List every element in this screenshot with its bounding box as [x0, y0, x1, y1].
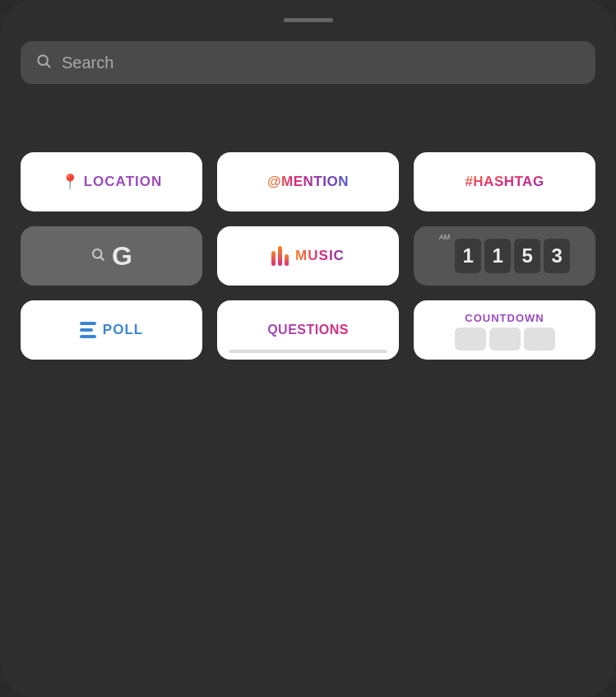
hashtag-label: #HASHTAG: [465, 174, 544, 190]
countdown-blocks: [455, 328, 555, 351]
gif-search-sticker[interactable]: G: [21, 226, 202, 286]
music-bars-icon: [271, 246, 289, 266]
questions-underline: [229, 350, 387, 353]
clock-ampm: AM: [439, 233, 451, 241]
sticker-row-1: 📍 LOCATION @MENTION #HASHTAG: [21, 152, 595, 211]
poll-label: POLL: [103, 322, 143, 338]
poll-sticker[interactable]: POLL: [21, 300, 202, 360]
countdown-block-2: [489, 328, 521, 351]
countdown-label: COUNTDOWN: [465, 312, 544, 324]
mention-label: @MENTION: [267, 174, 349, 190]
search-bar[interactable]: Search: [21, 41, 595, 84]
hashtag-sticker[interactable]: #HASHTAG: [414, 152, 595, 211]
clock-sticker[interactable]: AM 1 1 5 3: [414, 226, 595, 286]
search-icon: [35, 53, 52, 73]
poll-lines-icon: [80, 322, 96, 338]
sticker-row-3: POLL QUESTIONS COUNTDOWN: [21, 300, 595, 360]
questions-label: QUESTIONS: [267, 323, 349, 337]
clock-digit-4: 3: [544, 239, 570, 273]
music-label: MUSIC: [295, 248, 345, 264]
location-sticker[interactable]: 📍 LOCATION: [21, 152, 202, 211]
mention-sticker[interactable]: @MENTION: [217, 152, 399, 211]
search-placeholder: Search: [62, 53, 113, 72]
questions-sticker[interactable]: QUESTIONS: [217, 300, 399, 360]
location-label: LOCATION: [84, 174, 163, 190]
svg-line-3: [101, 257, 104, 259]
clock-digit-2: 1: [484, 239, 511, 273]
location-pin-icon: 📍: [61, 173, 79, 191]
sticker-grid: 📍 LOCATION @MENTION #HASHTAG: [21, 99, 595, 374]
countdown-block-1: [455, 328, 486, 351]
drag-handle[interactable]: [284, 18, 333, 22]
music-sticker[interactable]: MUSIC: [217, 226, 399, 286]
svg-line-1: [47, 63, 50, 67]
clock-digit-1: 1: [455, 239, 481, 273]
gif-label: G: [112, 241, 132, 272]
countdown-sticker[interactable]: COUNTDOWN: [414, 300, 595, 360]
sticker-row-2: G MUSIC AM 1 1 5 3: [21, 226, 595, 286]
countdown-block-3: [524, 328, 555, 351]
gif-search-icon: [90, 247, 105, 265]
clock-digit-3: 5: [514, 239, 540, 273]
phone-container: Search 📍 LOCATION @MENTION #HASHTAG: [0, 0, 616, 697]
